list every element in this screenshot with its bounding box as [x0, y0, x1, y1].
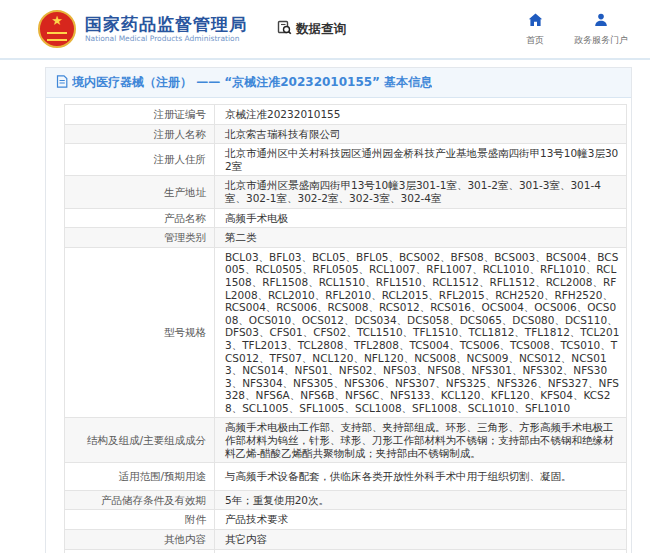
table-row-remarks: 备注 [65, 549, 627, 553]
agency-name-en: National Medical Products Administration [85, 34, 247, 44]
field-value: 北京索吉瑞科技有限公司 [215, 124, 627, 144]
table-row-product-name: 产品名称 高频手术电极 [65, 208, 627, 228]
person-icon [594, 12, 608, 31]
field-label: 其他内容 [65, 530, 215, 550]
field-label: 管理类别 [65, 228, 215, 248]
table-row-production-address: 生产地址 北京市通州区景盛南四街甲13号10幢3层301-1室、301-2室、3… [65, 176, 627, 208]
emblem-star-icon: ★ [40, 14, 74, 28]
field-label: 生产地址 [65, 176, 215, 208]
national-emblem-logo: ★ [38, 10, 76, 48]
nav-portal[interactable]: 政务服务门户 [574, 12, 628, 47]
document-search-icon [277, 20, 296, 38]
field-label: 型号规格 [65, 247, 215, 418]
agency-name-cn: 国家药品监督管理局 [85, 14, 247, 34]
emblem-gate-icon [47, 32, 67, 41]
page-title: 境内医疗器械（注册） —— “京械注准20232010155” 基本信息 [72, 74, 432, 91]
nav-home-label: 首页 [526, 34, 544, 47]
nav-portal-label: 政务服务门户 [574, 34, 628, 47]
table-row-registrant-name: 注册人名称 北京索吉瑞科技有限公司 [65, 124, 627, 144]
field-value: 产品技术要求 [215, 510, 627, 530]
field-value: 高频手术电极由工作部、支持部、夹持部组成。环形、三角形、方形高频手术电极工作部材… [215, 418, 627, 463]
field-label: 结构及组成/主要组成成分 [65, 418, 215, 463]
field-label: 备注 [65, 549, 215, 553]
table-row-model-specs: 型号规格 BCL03、BFL03、BCL05、BFL05、BCS002、BFS0… [65, 247, 627, 418]
field-value: 5年；重复使用20次。 [215, 490, 627, 510]
data-query-label: 数据查询 [296, 21, 346, 38]
table-row-reg-number: 注册证编号 京械注准20232010155 [65, 105, 627, 125]
table-row-storage-validity: 产品储存条件及有效期 5年；重复使用20次。 [65, 490, 627, 510]
table-row-attachment: 附件 产品技术要求 [65, 510, 627, 530]
nav-home[interactable]: 首页 [526, 12, 544, 47]
breadcrumb: 境内医疗器械（注册） —— “京械注准20232010155” 基本信息 [46, 68, 631, 98]
field-value: 京械注准20232010155 [215, 105, 627, 125]
field-label: 注册人名称 [65, 124, 215, 144]
field-value: BCL03、BFL03、BCL05、BFL05、BCS002、BFS08、BCS… [215, 247, 627, 418]
table-row-management-category: 管理类别 第二类 [65, 228, 627, 248]
field-label: 注册证编号 [65, 105, 215, 125]
table-row-structure-composition: 结构及组成/主要组成成分 高频手术电极由工作部、支持部、夹持部组成。环形、三角形… [65, 418, 627, 463]
data-query-nav[interactable]: 数据查询 [277, 20, 346, 38]
field-value: 高频手术电极 [215, 208, 627, 228]
field-value: 其它内容 [215, 530, 627, 550]
field-label: 产品名称 [65, 208, 215, 228]
home-icon [528, 12, 543, 31]
field-label: 适用范围/预期用途 [65, 463, 215, 491]
field-value [215, 549, 627, 553]
field-value: 第二类 [215, 228, 627, 248]
field-value: 与高频手术设备配套，供临床各类开放性外科手术中用于组织切割、凝固。 [215, 463, 627, 491]
content-card: 境内医疗器械（注册） —— “京械注准20232010155” 基本信息 注册证… [45, 67, 632, 553]
table-row-intended-use: 适用范围/预期用途 与高频手术设备配套，供临床各类开放性外科手术中用于组织切割、… [65, 463, 627, 491]
table-row-registrant-address: 注册人住所 北京市通州区中关村科技园区通州园金桥科技产业基地景盛南四街甲13号1… [65, 144, 627, 176]
field-value: 北京市通州区景盛南四街甲13号10幢3层301-1室、301-2室、301-3室… [215, 176, 627, 208]
field-value: 北京市通州区中关村科技园区通州园金桥科技产业基地景盛南四街甲13号10幢3层30… [215, 144, 627, 176]
table-row-other-content: 其他内容 其它内容 [65, 530, 627, 550]
document-icon [56, 73, 72, 92]
field-label: 附件 [65, 510, 215, 530]
field-label: 注册人住所 [65, 144, 215, 176]
site-header: ★ 国家药品监督管理局 National Medical Products Ad… [0, 0, 650, 60]
agency-title-block: 国家药品监督管理局 National Medical Products Admi… [85, 14, 247, 44]
field-label: 产品储存条件及有效期 [65, 490, 215, 510]
registration-info-table: 注册证编号 京械注准20232010155 注册人名称 北京索吉瑞科技有限公司 … [64, 104, 627, 553]
